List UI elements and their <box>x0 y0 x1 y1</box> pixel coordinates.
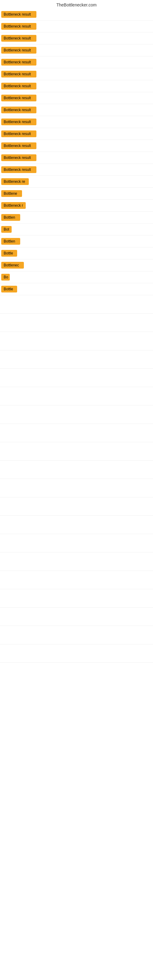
result-row[interactable]: Bottleneck result <box>0 56 153 68</box>
result-row[interactable]: Bottleneck r <box>0 200 153 212</box>
empty-row <box>0 295 153 313</box>
bottleneck-badge[interactable]: Bottlenec <box>1 262 24 269</box>
empty-row <box>0 387 153 406</box>
result-row[interactable]: Bo <box>0 271 153 283</box>
empty-row <box>0 608 153 626</box>
bottleneck-badge[interactable]: Bot <box>1 226 12 233</box>
bottleneck-badge[interactable]: Bottleneck result <box>1 119 37 125</box>
empty-row <box>0 350 153 369</box>
empty-row <box>0 589 153 608</box>
result-row[interactable]: Bottleneck result <box>0 140 153 152</box>
empty-row <box>0 424 153 442</box>
result-row[interactable]: Bottleneck result <box>0 104 153 116</box>
empty-row <box>0 626 153 644</box>
bottleneck-badge[interactable]: Bottleneck result <box>1 107 37 113</box>
result-row[interactable]: Bottleneck result <box>0 68 153 80</box>
empty-row <box>0 369 153 387</box>
result-row[interactable]: Bot <box>0 224 153 235</box>
page-wrapper: TheBottlenecker.com Bottleneck resultBot… <box>0 0 153 663</box>
bottleneck-badge[interactable]: Bottlen <box>1 238 20 245</box>
result-row[interactable]: Bottleneck result <box>0 116 153 128</box>
bottleneck-badge[interactable]: Bottleneck result <box>1 95 37 101</box>
empty-row <box>0 534 153 552</box>
empty-row <box>0 332 153 350</box>
bottleneck-badge[interactable]: Bottleneck result <box>1 23 37 30</box>
empty-row <box>0 497 153 516</box>
results-list: Bottleneck resultBottleneck resultBottle… <box>0 9 153 663</box>
result-row[interactable]: Bottleneck result <box>0 152 153 164</box>
result-row[interactable]: Bottleneck result <box>0 32 153 45</box>
bottleneck-badge[interactable]: Bottleneck result <box>1 142 37 149</box>
empty-row <box>0 644 153 663</box>
empty-row <box>0 552 153 571</box>
result-row[interactable]: Bottleneck result <box>0 92 153 104</box>
result-row[interactable]: Bottleneck result <box>0 80 153 92</box>
result-row[interactable]: Bottleneck result <box>0 9 153 21</box>
bottleneck-badge[interactable]: Bottleneck r <box>1 202 26 209</box>
bottleneck-badge[interactable]: Bottleneck result <box>1 11 37 18</box>
result-row[interactable]: Bottleneck result <box>0 164 153 176</box>
bottleneck-badge[interactable]: Bottleneck result <box>1 130 37 137</box>
bottleneck-badge[interactable]: Bottleneck result <box>1 154 37 161</box>
bottleneck-badge[interactable]: Bottleneck result <box>1 166 37 173</box>
result-row[interactable]: Bottlenec <box>0 259 153 271</box>
empty-row <box>0 461 153 479</box>
bottleneck-badge[interactable]: Bottleneck result <box>1 35 37 41</box>
bottleneck-badge[interactable]: Bottlene <box>1 190 22 197</box>
bottleneck-badge[interactable]: Bottleneck result <box>1 47 37 54</box>
result-row[interactable]: Bottleneck result <box>0 21 153 32</box>
result-row[interactable]: Bottlen <box>0 212 153 224</box>
bottleneck-badge[interactable]: Bottleneck result <box>1 83 37 89</box>
site-title: TheBottlenecker.com <box>0 0 153 9</box>
result-row[interactable]: Bottlen <box>0 235 153 247</box>
bottleneck-badge[interactable]: Bo <box>1 274 10 280</box>
result-row[interactable]: Bottleneck result <box>0 45 153 56</box>
bottleneck-badge[interactable]: Bottle <box>1 250 17 257</box>
empty-row <box>0 313 153 332</box>
bottleneck-badge[interactable]: Bottlen <box>1 214 20 221</box>
empty-row <box>0 516 153 534</box>
result-row[interactable]: Bottlene <box>0 188 153 200</box>
empty-row <box>0 406 153 424</box>
bottleneck-badge[interactable]: Bottle <box>1 286 17 293</box>
empty-row <box>0 571 153 589</box>
result-row[interactable]: Bottle <box>0 247 153 259</box>
bottleneck-badge[interactable]: Bottleneck result <box>1 59 37 65</box>
result-row[interactable]: Bottleneck re <box>0 176 153 188</box>
result-row[interactable]: Bottle <box>0 283 153 295</box>
empty-row <box>0 479 153 497</box>
empty-row <box>0 442 153 461</box>
bottleneck-badge[interactable]: Bottleneck re <box>1 178 29 185</box>
result-row[interactable]: Bottleneck result <box>0 128 153 140</box>
bottleneck-badge[interactable]: Bottleneck result <box>1 71 37 78</box>
